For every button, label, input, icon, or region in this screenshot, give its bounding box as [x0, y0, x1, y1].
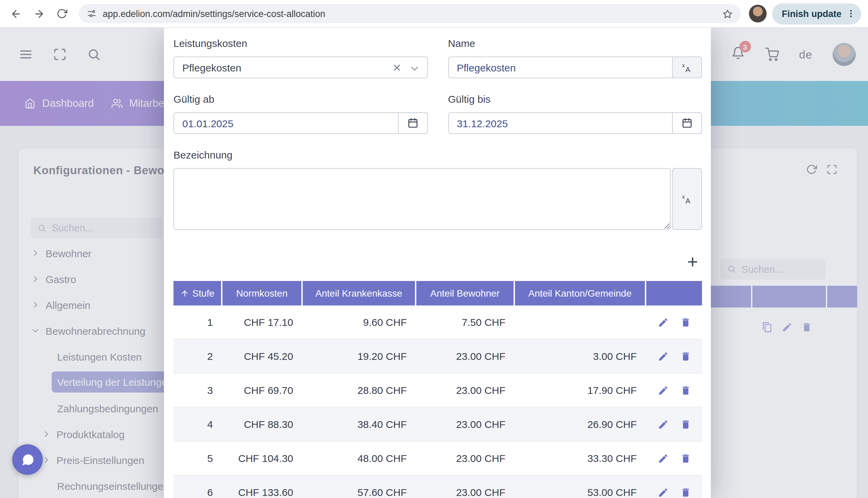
browser-back-button[interactable] [7, 5, 25, 23]
service-cost-allocation-modal: Leistungskosten Pflegekosten Name xA Gül… [164, 28, 711, 498]
delete-icon[interactable] [680, 453, 691, 464]
home-icon [25, 98, 35, 109]
edit-icon[interactable] [657, 419, 668, 430]
sidebar-search-input[interactable] [52, 222, 155, 233]
bookmark-star-icon[interactable] [723, 9, 733, 19]
table-row: 5 CHF 104.30 48.00 CHF 23.00 CHF 33.30 C… [173, 442, 702, 475]
column-header-krankenkasse[interactable]: Anteil Krankenkasse [303, 281, 416, 305]
notifications-button[interactable]: 3 [731, 46, 745, 63]
panel-title: Konfigurationen - Bewo [33, 164, 164, 177]
translate-button[interactable]: xA [672, 56, 702, 78]
user-avatar[interactable] [833, 43, 856, 66]
browser-forward-button[interactable] [30, 5, 48, 23]
panel-search-input[interactable] [741, 264, 819, 275]
delete-icon[interactable] [680, 385, 691, 396]
tree-item-label: Verteilung der Leistungen [57, 376, 173, 388]
tree-item-label: Rechnungseinstellungen [57, 480, 169, 492]
cell-normkosten: CHF 88.30 [222, 407, 303, 441]
site-info-icon[interactable] [87, 9, 96, 18]
tree-item-label: Leistungen Kosten [57, 351, 142, 362]
gueltig-bis-input[interactable] [448, 112, 702, 134]
finish-update-button[interactable]: Finish update [773, 3, 862, 24]
column-label: Anteil Krankenkasse [315, 288, 402, 299]
fullscreen-icon[interactable] [53, 48, 67, 61]
browser-menu-icon[interactable] [846, 9, 856, 18]
column-header-normkosten[interactable]: Normkosten [222, 281, 303, 305]
cell-kanton [515, 305, 646, 339]
tree-item-label: Produktkatalog [56, 428, 124, 440]
panel-search[interactable] [720, 259, 826, 280]
svg-text:x: x [682, 194, 684, 200]
calendar-icon [682, 118, 693, 129]
notification-badge: 3 [739, 41, 751, 52]
address-bar[interactable]: app.edelion.com/admin/settings/service-c… [79, 4, 741, 23]
copy-icon[interactable] [762, 322, 773, 333]
cart-icon[interactable] [765, 48, 778, 61]
cell-kanton: 26.90 CHF [515, 407, 646, 441]
language-selector[interactable]: de [799, 48, 812, 61]
cell-bewohner: 23.00 CHF [416, 475, 515, 498]
delete-icon[interactable] [801, 322, 812, 333]
browser-chrome: app.edelion.com/admin/settings/service-c… [0, 0, 868, 28]
name-input[interactable] [448, 56, 702, 78]
translate-button[interactable]: xA [672, 168, 702, 230]
chat-widget-button[interactable] [12, 444, 43, 475]
column-label: Anteil Kanton/Gemeinde [528, 288, 632, 299]
tree-item-label: Allgemein [45, 299, 91, 311]
cell-krankenkasse: 38.40 CHF [303, 407, 416, 441]
table-header-segment [827, 286, 857, 307]
search-icon[interactable] [87, 48, 101, 61]
finish-update-label: Finish update [782, 9, 842, 19]
cell-stufe: 2 [173, 340, 222, 373]
refresh-icon[interactable] [806, 164, 817, 175]
calendar-button[interactable] [398, 112, 428, 134]
hamburger-menu-icon[interactable] [19, 48, 32, 61]
bezeichnung-textarea[interactable] [173, 168, 671, 230]
tree-item-label: Gastro [45, 273, 76, 285]
chevron-right-icon [31, 249, 39, 257]
column-header-bewohner[interactable]: Anteil Bewohner [416, 281, 515, 305]
cell-actions [646, 407, 702, 441]
column-header-kanton[interactable]: Anteil Kanton/Gemeinde [515, 281, 646, 305]
cost-levels-table: Stufe Normkosten Anteil Krankenkasse Ant… [173, 281, 702, 498]
clear-icon[interactable] [392, 63, 402, 73]
leistungskosten-select[interactable]: Pflegekosten [173, 56, 428, 78]
delete-icon[interactable] [680, 351, 691, 362]
cell-normkosten: CHF 69.70 [222, 374, 303, 407]
edit-icon[interactable] [781, 322, 792, 333]
cell-stufe: 6 [173, 475, 222, 498]
add-row-button[interactable]: + [687, 253, 698, 272]
delete-icon[interactable] [680, 419, 691, 430]
table-header-segment [752, 286, 826, 307]
cell-bewohner: 23.00 CHF [416, 407, 515, 441]
allocation-form: Leistungskosten Pflegekosten Name xA Gül… [173, 37, 702, 230]
edit-icon[interactable] [657, 385, 668, 396]
cell-krankenkasse: 28.80 CHF [303, 374, 416, 407]
sidebar-search[interactable] [31, 218, 162, 238]
edit-icon[interactable] [657, 317, 668, 328]
cell-normkosten: CHF 104.30 [222, 442, 303, 475]
cell-krankenkasse: 19.20 CHF [303, 340, 416, 373]
nav-item-dashboard[interactable]: Dashboard [25, 97, 94, 109]
field-bezeichnung: Bezeichnung xA [173, 149, 702, 230]
gueltig-ab-input[interactable] [173, 112, 428, 134]
table-header-row: Stufe Normkosten Anteil Krankenkasse Ant… [173, 281, 702, 305]
forward-icon [33, 8, 44, 19]
fullscreen-icon[interactable] [827, 164, 837, 175]
browser-reload-button[interactable] [53, 5, 71, 23]
cell-krankenkasse: 9.60 CHF [303, 305, 416, 339]
panel-toolbar [806, 164, 837, 175]
browser-profile-avatar[interactable] [749, 5, 767, 23]
delete-icon[interactable] [680, 317, 691, 328]
edit-icon[interactable] [657, 351, 668, 362]
calendar-button[interactable] [672, 112, 702, 134]
users-icon [111, 98, 122, 109]
edit-icon[interactable] [657, 453, 668, 464]
table-row: 6 CHF 133.60 57.60 CHF 23.00 CHF 53.00 C… [173, 475, 702, 498]
cell-kanton: 17.90 CHF [515, 374, 646, 407]
sort-ascending-icon [180, 289, 189, 298]
edit-icon[interactable] [657, 487, 668, 498]
column-header-stufe[interactable]: Stufe [173, 281, 222, 305]
delete-icon[interactable] [680, 487, 691, 498]
chevron-right-icon [42, 456, 50, 464]
